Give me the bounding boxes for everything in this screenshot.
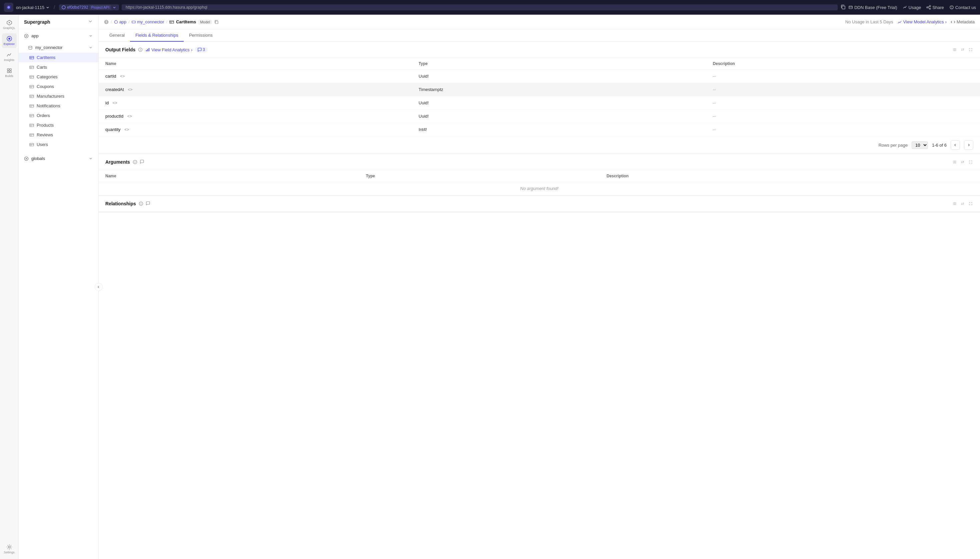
sidebar-collapse-button[interactable] bbox=[88, 19, 93, 25]
tab-general[interactable]: General bbox=[104, 29, 130, 42]
sidebar-item-Categories[interactable]: Categories bbox=[19, 72, 98, 82]
instance-selector[interactable]: on-jackal-1115 bbox=[16, 5, 50, 10]
my-connector-section: my_connector CartItems Carts bbox=[19, 41, 98, 150]
expand-icon[interactable] bbox=[968, 201, 973, 206]
rows-per-page-select[interactable]: 10 25 50 bbox=[912, 141, 928, 149]
content-body: Output Fields View Field Analytics › 3 bbox=[99, 42, 980, 559]
metadata-label: Metadata bbox=[957, 19, 975, 24]
expand-icon[interactable] bbox=[968, 159, 973, 165]
model-icon bbox=[29, 142, 34, 147]
view-field-analytics-button[interactable]: View Field Analytics › bbox=[145, 47, 192, 52]
view-field-analytics-label: View Field Analytics bbox=[151, 47, 190, 52]
ddn-label[interactable]: DDN Base (Free Trial) bbox=[848, 5, 897, 10]
svg-rect-66 bbox=[215, 21, 218, 24]
svg-point-1 bbox=[7, 6, 10, 9]
pagination-prev-button[interactable] bbox=[951, 141, 960, 150]
comment-icon[interactable] bbox=[140, 160, 145, 164]
my-connector-header[interactable]: my_connector bbox=[19, 42, 98, 53]
breadcrumb: / app / my_connector / CartItems Model bbox=[104, 19, 219, 24]
field-name-cell: createdAt <> bbox=[99, 83, 412, 96]
no-usage-label: No Usage in Last 5 Days bbox=[845, 19, 893, 24]
info-icon[interactable] bbox=[133, 160, 137, 164]
info-icon[interactable] bbox=[138, 47, 143, 52]
field-name-cell: id <> bbox=[99, 96, 412, 110]
usage-button[interactable]: Usage bbox=[903, 5, 921, 10]
svg-point-22 bbox=[8, 546, 10, 548]
sidebar-wrapper: Supergraph app bbox=[19, 15, 99, 559]
topbar: on-jackal-1115 / ef0dbd7292 Project API … bbox=[0, 0, 980, 15]
args-col-description: Description bbox=[600, 170, 980, 182]
sidebar-item-CartItems[interactable]: CartItems bbox=[19, 53, 98, 62]
model-icon bbox=[29, 133, 34, 137]
columns-icon[interactable] bbox=[952, 201, 957, 206]
columns-icon[interactable] bbox=[952, 47, 957, 52]
comment-badge[interactable]: 3 bbox=[195, 47, 208, 52]
copy-url-button[interactable] bbox=[840, 4, 846, 11]
tab-permissions[interactable]: Permissions bbox=[183, 29, 218, 42]
copy-model-icon[interactable] bbox=[214, 20, 219, 24]
expand-icon[interactable] bbox=[968, 47, 973, 52]
svg-rect-71 bbox=[147, 49, 148, 51]
sidebar-item-Carts[interactable]: Carts bbox=[19, 62, 98, 72]
sidebar-item-settings[interactable]: Settings bbox=[2, 542, 17, 556]
breadcrumb-connector[interactable]: my_connector bbox=[132, 19, 164, 24]
share-button[interactable]: Share bbox=[926, 5, 944, 10]
sidebar-item-explorer[interactable]: Explorer bbox=[2, 33, 17, 48]
sidebar-item-Reviews[interactable]: Reviews bbox=[19, 130, 98, 140]
builds-label: Builds bbox=[5, 74, 13, 78]
ddn-free-trial-label: DDN Base (Free Trial) bbox=[854, 5, 897, 10]
sidebar-item-Orders[interactable]: Orders bbox=[19, 111, 98, 120]
no-args-row: No argument found! bbox=[99, 182, 980, 195]
svg-rect-4 bbox=[849, 6, 852, 9]
content-topbar-right: No Usage in Last 5 Days View Model Analy… bbox=[845, 19, 975, 24]
field-type-cell: Uuid! bbox=[412, 110, 706, 123]
metadata-button[interactable]: Metadata bbox=[951, 19, 975, 24]
field-type-badge[interactable]: <> bbox=[124, 127, 129, 132]
sidebar-item-Manufacturers[interactable]: Manufacturers bbox=[19, 91, 98, 101]
pagination-next-button[interactable] bbox=[964, 141, 973, 150]
tab-fields-relationships[interactable]: Fields & Relationships bbox=[130, 29, 183, 42]
sort-icon[interactable] bbox=[960, 201, 965, 206]
sidebar-item-Users[interactable]: Users bbox=[19, 140, 98, 149]
app-icon bbox=[114, 20, 118, 24]
settings-label: Settings bbox=[4, 551, 15, 554]
field-type-cell: Uuid! bbox=[412, 69, 706, 83]
app-section-header[interactable]: app bbox=[19, 31, 98, 41]
sidebar-item-Coupons[interactable]: Coupons bbox=[19, 82, 98, 91]
sidebar-item-Notifications[interactable]: Notifications bbox=[19, 101, 98, 111]
field-name: cartId bbox=[105, 74, 116, 79]
svg-rect-29 bbox=[30, 66, 34, 69]
sidebar-item-Products[interactable]: Products bbox=[19, 120, 98, 130]
globals-icon bbox=[24, 156, 29, 161]
output-fields-pagination: Rows per page 10 25 50 1-6 of 6 bbox=[99, 136, 980, 154]
table-row: id <> Uuid! -- bbox=[99, 96, 980, 110]
field-type-badge[interactable]: <> bbox=[113, 101, 117, 105]
columns-icon[interactable] bbox=[952, 159, 957, 165]
chevron-down-icon bbox=[46, 5, 50, 9]
sidebar-item-builds[interactable]: Builds bbox=[2, 65, 17, 80]
project-selector[interactable]: ef0dbd7292 Project API bbox=[59, 4, 119, 10]
field-type-badge[interactable]: <> bbox=[128, 87, 132, 92]
globals-section-header[interactable]: globals bbox=[19, 153, 98, 164]
breadcrumb-app[interactable]: app bbox=[114, 19, 127, 24]
breadcrumb-sep2: / bbox=[128, 19, 130, 24]
contact-label: Contact us bbox=[955, 5, 976, 10]
sort-icon[interactable] bbox=[960, 159, 965, 165]
svg-rect-72 bbox=[149, 48, 149, 51]
chevron-down-icon bbox=[88, 19, 93, 24]
arguments-title: Arguments bbox=[105, 159, 130, 165]
sidebar-item-insights[interactable]: Insights bbox=[2, 49, 17, 64]
field-name: createdAt bbox=[105, 87, 124, 92]
contact-button[interactable]: Contact us bbox=[949, 5, 976, 10]
field-type-badge[interactable]: <> bbox=[120, 74, 125, 79]
collapse-sidebar-button[interactable] bbox=[95, 283, 102, 291]
sidebar-item-graphql[interactable]: GraphQL bbox=[2, 17, 17, 32]
sort-icon[interactable] bbox=[960, 47, 965, 52]
field-type-badge[interactable]: <> bbox=[127, 114, 132, 119]
url-bar[interactable]: https://on-jackal-1115.ddn.hasura.app/gr… bbox=[122, 4, 838, 10]
info-icon[interactable] bbox=[139, 201, 143, 206]
comment-icon[interactable] bbox=[146, 201, 151, 206]
svg-point-17 bbox=[8, 38, 10, 40]
view-model-analytics-button[interactable]: View Model Analytics › bbox=[897, 19, 947, 24]
arguments-table: Name Type Description No argument found! bbox=[99, 170, 980, 195]
